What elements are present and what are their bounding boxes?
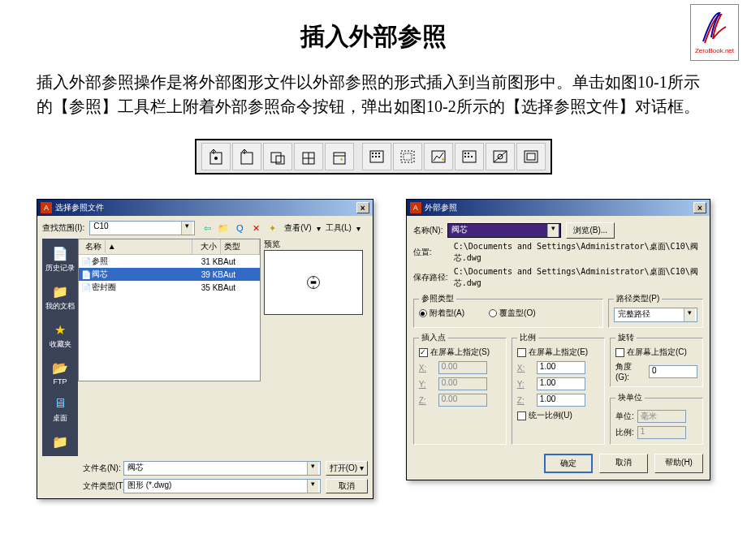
view-menu[interactable]: 查看(V) [284,222,311,234]
image-clip-icon[interactable] [393,143,422,170]
overlay-radio[interactable]: 覆盖型(O) [489,308,535,319]
cancel-button[interactable]: 取消 [599,454,648,473]
svg-rect-29 [310,281,316,283]
logo-text: ZeroBook.net [695,47,734,54]
ratio-label: 比例: [615,427,634,438]
insert-x-input: 0.00 [438,361,487,374]
filetype-combo[interactable]: 图形 (*.dwg) [123,479,321,493]
image-attach-icon[interactable] [362,143,391,170]
close-icon[interactable]: × [356,202,369,213]
preview-box [264,250,363,315]
scale-z-input[interactable]: 1.00 [537,394,585,407]
svg-point-1 [214,157,218,160]
sidebar-item-desktop[interactable]: 🖥桌面 [42,390,78,429]
svg-rect-20 [468,153,469,154]
angle-input[interactable]: 0 [649,365,697,378]
list-item[interactable]: 📄 密封圈 35 KB Aut [79,281,260,294]
checkbox-icon [517,348,526,357]
column-size[interactable]: 大小 [192,239,221,254]
image-quality-icon[interactable] [455,143,484,170]
dialog-icon: A [41,202,52,213]
tool-menu[interactable]: 工具(L) [326,222,352,234]
logo: ZeroBook.net [690,4,739,61]
svg-rect-15 [401,151,414,162]
svg-rect-10 [375,153,377,154]
path-type-combo[interactable]: 完整路径 [614,308,697,322]
svg-rect-9 [372,153,374,154]
x-label: X: [419,364,435,373]
unit-label: 单位: [615,411,634,422]
onscreen-rotate-check[interactable]: 在屏幕上指定(C) [615,347,697,358]
page-title: 插入外部参照 [0,0,747,54]
image-transparency-icon[interactable] [486,143,515,170]
svg-rect-16 [404,153,412,160]
lookin-combo[interactable]: C10 [89,221,195,235]
xref-attach-icon[interactable] [201,143,231,170]
xref-frame-icon[interactable] [294,143,323,170]
file-list-header: 名称 ▲ 大小 类型 [79,239,260,255]
external-reference-dialog: A 外部参照 × 名称(N): 阀芯 浏览(B)... 位置: C:\Docum… [406,199,710,480]
scale-y-input[interactable]: 1.00 [537,377,585,390]
ok-button[interactable]: 确定 [544,454,593,473]
svg-rect-6 [334,153,345,164]
sidebar-item-favorites[interactable]: ★收藏夹 [42,317,78,355]
sidebar-item-history[interactable]: 📄历史记录 [42,240,78,278]
name-label: 名称(N): [413,225,443,236]
xref-bind-icon[interactable] [263,143,292,170]
onscreen-scale-check[interactable]: 在屏幕上指定(E) [517,347,599,358]
dialog-title: 外部参照 [425,202,693,213]
block-unit-group: 块单位 单位:毫米 比例:1 [610,392,703,445]
uniform-scale-check[interactable]: 统一比例(U) [517,410,599,421]
scale-x-input[interactable]: 1.00 [537,361,585,374]
sidebar-item-ftp[interactable]: 📂FTP [42,355,78,390]
unit-value: 毫米 [637,410,686,423]
svg-rect-21 [464,156,466,157]
svg-rect-26 [525,151,538,162]
svg-rect-19 [464,153,466,154]
sidebar-item-more[interactable]: 📁 [42,429,78,456]
description-text: 插入外部参照操作是将外部图形文件以外部参照的形式插入到当前图形中。单击如图10-… [0,54,747,139]
scale-group: 比例 在屏幕上指定(E) X:1.00 Y:1.00 Z:1.00 统一比例(U… [512,332,605,445]
filename-input[interactable]: 阀芯 [123,461,321,476]
sidebar-item-documents[interactable]: 📁我的文档 [42,278,78,317]
help-button[interactable]: 帮助(H) [654,454,703,473]
attach-radio[interactable]: 附着型(A) [419,308,464,319]
search-web-icon[interactable]: Q [232,221,247,235]
svg-rect-14 [378,156,380,157]
file-list[interactable]: 名称 ▲ 大小 类型 📄 参照 31 KB Aut 📄 阀芯 39 KB [78,239,261,381]
image-frame-icon[interactable] [516,143,546,170]
open-button[interactable]: 打开(O) ▾ [326,461,368,476]
delete-icon[interactable]: ✕ [248,221,263,235]
column-name[interactable]: 名称 ▲ [79,239,192,254]
dialog-icon: A [410,202,421,213]
svg-rect-23 [471,156,473,157]
reference-toolbar [195,139,552,174]
back-icon[interactable]: ⇦ [200,221,214,235]
z-label: Z: [419,396,435,405]
list-item[interactable]: 📄 参照 31 KB Aut [79,255,260,268]
onscreen-insert-check[interactable]: 在屏幕上指定(S) [419,347,501,358]
checkbox-icon [615,348,624,357]
filetype-label: 文件类型(T): [83,480,119,492]
up-icon[interactable]: 📁 [216,221,231,235]
dialog-title: 选择参照文件 [55,202,356,213]
filename-label: 文件名(N): [83,463,119,474]
scale-x-label: X: [517,364,533,373]
browse-button[interactable]: 浏览(B)... [566,222,615,239]
image-adjust-icon[interactable] [424,143,453,170]
list-item[interactable]: 📄 阀芯 39 KB Aut [79,268,260,281]
name-combo[interactable]: 阀芯 [447,223,561,238]
titlebar: A 外部参照 × [407,200,710,216]
xref-manager-icon[interactable] [325,143,354,170]
xref-clip-icon[interactable] [232,143,261,170]
radio-icon [489,309,497,317]
insert-y-input: 0.00 [438,377,487,390]
newfolder-icon[interactable]: ✦ [265,221,279,235]
column-type[interactable]: 类型 [221,239,260,254]
select-reference-file-dialog: A 选择参照文件 × 查找范围(I): C10 ⇦ 📁 Q ✕ ✦ 查看(V) … [37,199,374,499]
ratio-value: 1 [637,426,686,439]
scale-z-label: Z: [517,396,533,405]
close-icon[interactable]: × [693,202,706,213]
cancel-button[interactable]: 取消 [326,479,368,493]
places-sidebar: 📄历史记录 📁我的文档 ★收藏夹 📂FTP 🖥桌面 📁 [42,239,78,456]
